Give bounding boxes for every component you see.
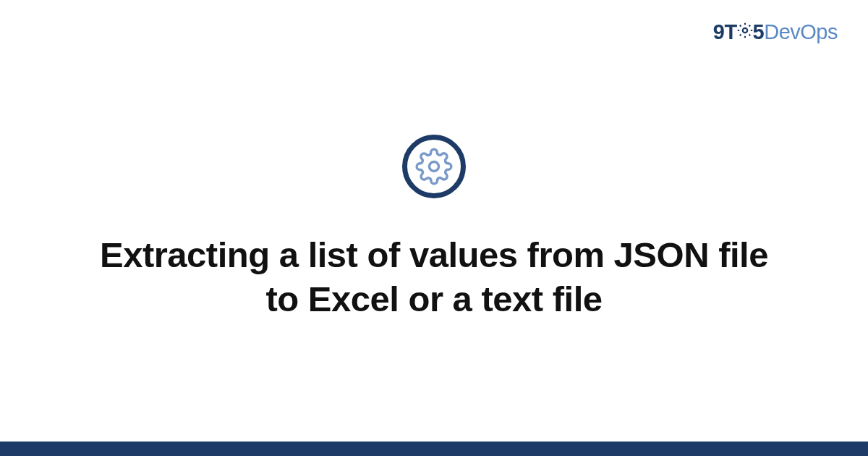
main-content: Extracting a list of values from JSON fi…	[0, 0, 868, 442]
gear-icon-badge	[402, 135, 466, 198]
gear-icon	[415, 148, 453, 185]
footer-accent-bar	[0, 442, 868, 456]
page-title: Extracting a list of values from JSON fi…	[94, 233, 774, 322]
svg-point-1	[430, 161, 439, 171]
